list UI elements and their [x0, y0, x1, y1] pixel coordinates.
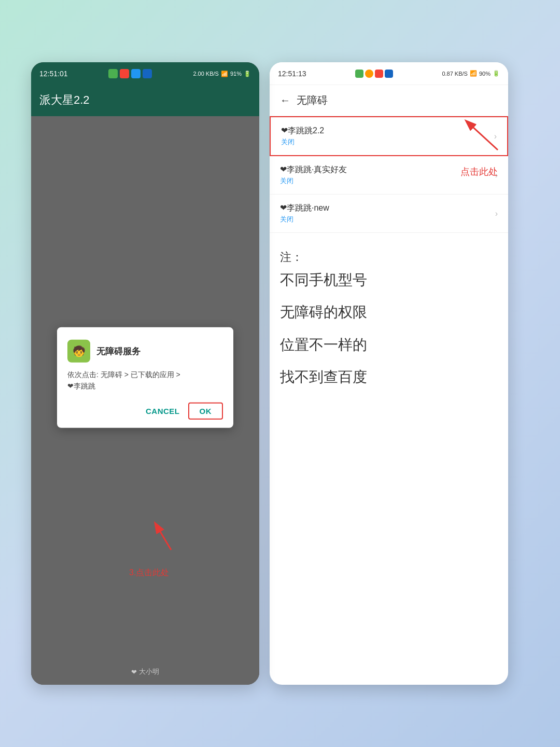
icon-r-orange — [365, 70, 373, 78]
app-title-right: 无障碍 — [297, 93, 328, 107]
item2-label: ❤李跳跳·真实好友 — [280, 164, 347, 175]
phone-footer-left: ❤ 大小明 — [31, 659, 259, 685]
accessibility-dialog: 🧒 无障碍服务 依次点击: 无障碍 > 已下载的应用 > ❤李跳跳 CANCEL… — [57, 327, 233, 428]
icon-r-green — [355, 70, 363, 78]
back-button[interactable]: ← — [280, 94, 290, 106]
icon-blue — [131, 69, 141, 78]
note-prefix: 注： — [280, 250, 498, 265]
item3-label: ❤李跳跳·new — [280, 203, 329, 214]
icon-green — [108, 69, 118, 78]
watermark-text: 大小明 — [139, 667, 159, 676]
status-right-left: 2.00 KB/S 📶 91% 🔋 — [193, 71, 251, 77]
item1-label: ❤李跳跳2.2 — [281, 126, 324, 136]
app-header-left: 派大星2.2 — [31, 85, 259, 116]
ok-arrow-svg — [140, 514, 192, 555]
app-title-left: 派大星2.2 — [39, 93, 90, 106]
icon-red — [120, 69, 129, 78]
speed-left: 2.00 KB/S — [193, 71, 219, 77]
item1-arrow-svg — [441, 111, 503, 153]
dialog-header: 🧒 无障碍服务 — [67, 340, 223, 363]
list-item-3-content: ❤李跳跳·new 关闭 — [280, 203, 495, 224]
status-bar-left: 12:51:01 2.00 KB/S 📶 91% 🔋 — [31, 62, 259, 85]
note-line-1: 不同手机型号 — [280, 267, 498, 293]
time-left: 12:51:01 — [39, 70, 68, 78]
icon-navy — [143, 69, 152, 78]
annotation-text-left: 3.点击此处 — [129, 568, 169, 577]
cancel-button[interactable]: CANCEL — [146, 407, 180, 416]
dialog-body: 依次点击: 无障碍 > 已下载的应用 > ❤李跳跳 — [67, 369, 223, 392]
dialog-body-line2: ❤李跳跳 — [67, 382, 95, 390]
left-phone: 12:51:01 2.00 KB/S 📶 91% 🔋 派大星2.2 — [31, 62, 259, 685]
battery-icon-left: 🔋 — [244, 71, 251, 77]
svg-line-1 — [156, 524, 171, 550]
icon-r-red — [375, 70, 383, 78]
dialog-body-line1: 依次点击: 无障碍 > 已下载的应用 > — [67, 370, 180, 379]
dialog-actions: CANCEL OK — [67, 403, 223, 420]
status-right-right: 0.87 KB/S 📶 90% 🔋 — [442, 70, 500, 77]
phone-body-left: 🧒 无障碍服务 依次点击: 无障碍 > 已下载的应用 > ❤李跳跳 CANCEL… — [31, 116, 259, 659]
battery-left: 91% — [230, 71, 242, 77]
watermark: ❤ 大小明 — [131, 667, 159, 676]
note-line-2: 无障碍的权限 — [280, 299, 498, 325]
note-line-3: 位置不一样的 — [280, 332, 498, 358]
dialog-title: 无障碍服务 — [96, 345, 141, 357]
app-icons-right — [355, 70, 393, 78]
list-container: ❤李跳跳2.2 关闭 › ❤李跳跳·真实好友 — [270, 116, 508, 233]
time-right: 12:51:13 — [278, 70, 306, 78]
annotation-text-right: 点击此处 — [460, 167, 498, 177]
wifi-icon-right: 📶 — [470, 70, 477, 77]
list-item-3[interactable]: ❤李跳跳·new 关闭 › — [270, 195, 508, 233]
speed-right: 0.87 KB/S — [442, 71, 468, 77]
battery-icon-right: 🔋 — [493, 70, 500, 77]
watermark-heart: ❤ — [131, 668, 137, 676]
list-item-3-subtitle: 关闭 — [280, 215, 495, 224]
icon-r-navy — [385, 70, 393, 78]
ok-button[interactable]: OK — [188, 403, 223, 420]
note-line-4: 找不到查百度 — [280, 364, 498, 390]
dialog-avatar: 🧒 — [67, 340, 90, 363]
battery-right: 90% — [479, 71, 491, 77]
status-bar-right: 12:51:13 0.87 KB/S 📶 90% 🔋 — [270, 62, 508, 85]
list-item-3-title: ❤李跳跳·new — [280, 203, 495, 214]
wifi-icon: 📶 — [221, 71, 228, 77]
note-section: 注： 不同手机型号 无障碍的权限 位置不一样的 找不到查百度 — [270, 233, 508, 685]
chevron-3: › — [495, 209, 498, 218]
annotation-left: 3.点击此处 — [129, 568, 169, 578]
right-phone: 12:51:13 0.87 KB/S 📶 90% 🔋 ← 无障碍 — [270, 62, 508, 685]
annotation-right: 点击此处 — [460, 165, 498, 178]
svg-line-3 — [467, 121, 498, 150]
app-icons-left — [108, 69, 152, 78]
